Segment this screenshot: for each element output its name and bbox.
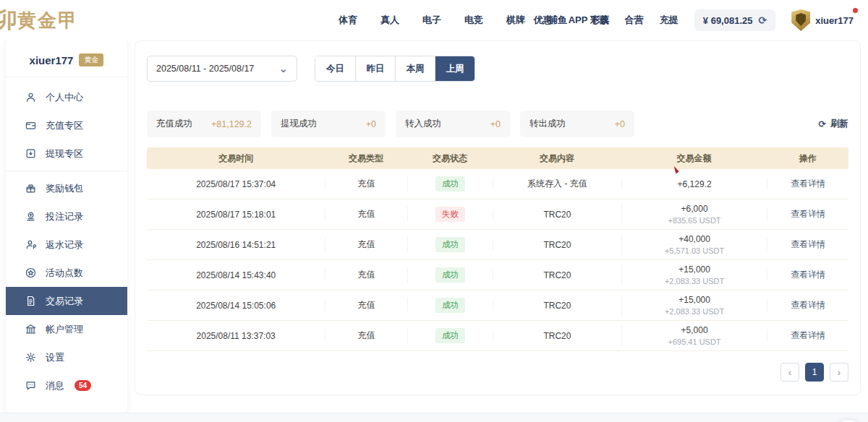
cell-content: 系统存入 - 充值	[493, 178, 621, 190]
view-details-link[interactable]: 查看详情	[791, 178, 825, 189]
sidebar-item-reward-wallet[interactable]: 奖励钱包	[6, 174, 127, 202]
sidebar-username: xiuer177	[30, 54, 74, 66]
stats-row: 充值成功 +81,129.2 提现成功 +0 转入成功 +0 转出成功 +0 ⟳…	[147, 111, 848, 137]
table-row: 2025/08/11 13:37:03 充值 成功 TRC20 +5,000+6…	[147, 321, 848, 351]
cell-amount-usdt: +695.41 USDT	[622, 337, 767, 346]
view-details-link[interactable]: 查看详情	[791, 239, 825, 249]
sidebar-item-activity-points[interactable]: 活动点数	[6, 259, 127, 287]
view-details-link[interactable]: 查看详情	[791, 209, 825, 219]
rebate-icon	[25, 238, 37, 251]
balance-pill[interactable]: ¥ 69,081.25 ⟳	[694, 9, 775, 31]
cell-time: 2025/08/16 14:51:21	[147, 240, 325, 250]
balance-refresh-icon[interactable]: ⟳	[759, 14, 767, 26]
sidebar-item-label: 帐户管理	[46, 323, 83, 336]
withdraw-icon	[25, 147, 37, 160]
prev-page-button[interactable]: ‹	[780, 363, 799, 382]
sidebar-item-transaction-records[interactable]: 交易记录	[6, 287, 127, 315]
brand-logo[interactable]: 卯 黄金甲	[0, 6, 140, 35]
message-icon	[25, 379, 37, 392]
sidebar-item-deposit-zone[interactable]: 充值专区	[6, 111, 127, 139]
stat-label: 充值成功	[156, 118, 192, 130]
cell-amount: +5,000	[622, 325, 767, 335]
star-circle-icon	[25, 267, 37, 279]
status-badge: 成功	[435, 237, 465, 252]
status-badge: 成功	[435, 328, 465, 343]
cell-amount: +40,000	[622, 234, 767, 244]
date-range-value: 2025/08/11 - 2025/08/17	[156, 64, 254, 74]
notification-dot	[853, 8, 858, 13]
cell-content: TRC20	[493, 210, 621, 220]
table-row: 2025/08/17 15:18:01 充值 失败 TRC20 +6,000+8…	[147, 199, 848, 230]
sidebar-item-label: 投注记录	[46, 210, 83, 223]
sidebar-item-withdraw-zone[interactable]: 提现专区	[6, 139, 127, 168]
nav-item-slots[interactable]: 电子	[422, 14, 441, 27]
nav-item-fishing[interactable]: 捕鱼	[548, 14, 567, 27]
table-row: 2025/08/14 15:05:06 充值 成功 TRC20 +15,000+…	[147, 290, 848, 321]
tab-yesterday[interactable]: 昨日	[355, 56, 395, 81]
view-details-link[interactable]: 查看详情	[791, 300, 825, 310]
sidebar-item-label: 充值专区	[46, 119, 83, 132]
transactions-table: 交易时间 交易类型 交易状态 交易内容 交易金额 操作 2025/08/17 1…	[147, 147, 848, 351]
sidebar-user: xiuer177 黄金	[6, 49, 127, 77]
stat-value: +81,129.2	[211, 119, 252, 129]
sidebar-item-messages[interactable]: 消息 54	[6, 371, 127, 400]
sidebar-item-label: 消息	[46, 379, 64, 392]
cell-amount: +6,129.2	[622, 179, 767, 189]
wallet-icon	[25, 119, 37, 132]
date-range-select[interactable]: 2025/08/11 - 2025/08/17 ⌄	[147, 56, 297, 82]
cell-amount-usdt: +835.65 USDT	[622, 216, 767, 225]
page-1-button[interactable]: 1	[805, 363, 824, 382]
stat-label: 转出成功	[529, 118, 566, 130]
tab-this-week[interactable]: 本周	[395, 56, 435, 81]
header-username: xiuer177	[815, 15, 854, 26]
cell-type: 充值	[325, 178, 407, 190]
view-details-link[interactable]: 查看详情	[791, 330, 825, 340]
nav-item-esports[interactable]: 电竞	[464, 14, 483, 27]
cell-time: 2025/08/17 15:37:04	[147, 179, 325, 189]
sidebar-item-label: 交易记录	[46, 295, 83, 308]
avatar-shield-icon	[791, 9, 810, 31]
cell-content: TRC20	[493, 240, 621, 250]
cell-amount-usdt: +5,571.03 USDT	[622, 246, 767, 255]
sidebar-item-personal-center[interactable]: 个人中心	[6, 83, 127, 111]
col-status: 交易状态	[407, 152, 493, 165]
col-content: 交易内容	[493, 152, 621, 165]
refresh-label: 刷新	[830, 118, 848, 130]
sidebar-item-rebate-records[interactable]: 返水记录	[6, 231, 127, 259]
chevron-right-icon: ›	[838, 367, 841, 378]
sidebar-item-settings[interactable]: 设置	[6, 343, 127, 371]
gear-icon	[25, 351, 37, 363]
document-icon	[25, 295, 37, 307]
nav-item-lottery[interactable]: 彩票	[590, 14, 609, 27]
nav-item-sports[interactable]: 体育	[339, 14, 357, 27]
sidebar-item-bet-records[interactable]: 投注记录	[6, 202, 127, 231]
user-chip[interactable]: xiuer177	[791, 9, 858, 31]
link-deposit-withdraw[interactable]: 充提	[660, 14, 678, 27]
cell-amount-usdt: +2,083.33 USDT	[622, 307, 767, 316]
cell-amount: +6,000	[622, 204, 767, 214]
sidebar-item-label: 设置	[46, 351, 64, 364]
cell-time: 2025/08/14 15:43:40	[147, 270, 325, 280]
next-page-button[interactable]: ›	[830, 363, 848, 382]
tab-today[interactable]: 今日	[315, 56, 355, 81]
filter-row: 2025/08/11 - 2025/08/17 ⌄ 今日 昨日 本周 上周	[147, 56, 848, 82]
pagination: ‹ 1 ›	[147, 363, 848, 382]
view-details-link[interactable]: 查看详情	[791, 270, 825, 280]
table-header-row: 交易时间 交易类型 交易状态 交易内容 交易金额 操作	[147, 147, 848, 169]
stat-deposit-success: 充值成功 +81,129.2	[147, 111, 261, 137]
balance-amount: ¥ 69,081.25	[703, 15, 753, 26]
sidebar-item-label: 提现专区	[46, 147, 83, 160]
nav-item-cards[interactable]: 棋牌	[506, 14, 525, 27]
level-badge: 黄金	[79, 53, 103, 66]
col-amount: 交易金额	[621, 152, 767, 165]
nav-item-live[interactable]: 真人	[380, 14, 399, 27]
tab-last-week[interactable]: 上周	[435, 56, 475, 81]
stat-value: +0	[615, 119, 625, 129]
cell-amount-usdt: +2,083.33 USDT	[622, 277, 767, 285]
sidebar: xiuer177 黄金 个人中心 充值专区 提现专区 奖励钱包 投注记录 返水记…	[6, 40, 127, 413]
sidebar-item-label: 奖励钱包	[46, 182, 83, 195]
refresh-button[interactable]: ⟳ 刷新	[819, 118, 848, 130]
sidebar-item-account-management[interactable]: 帐户管理	[6, 315, 127, 343]
brand-logo-icon: 卯	[0, 6, 16, 35]
link-affiliate[interactable]: 合营	[625, 14, 644, 27]
